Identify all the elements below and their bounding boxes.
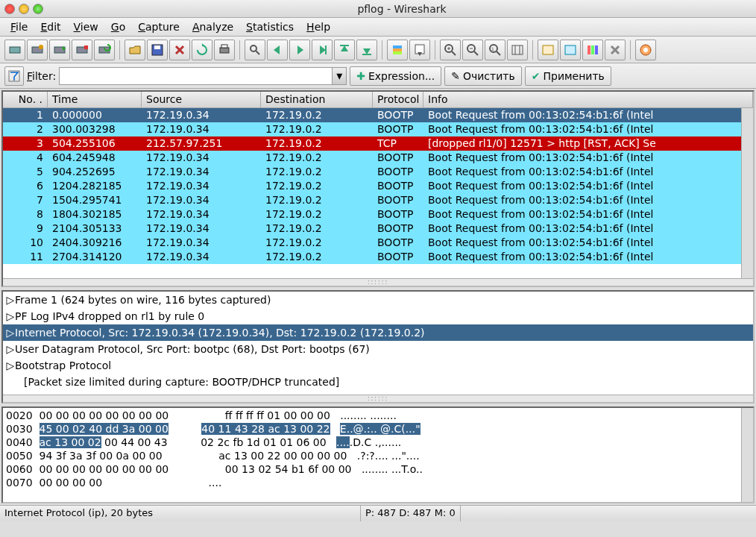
close-file-icon[interactable] (169, 40, 190, 60)
menubar: File Edit View Go Capture Analyze Statis… (0, 18, 756, 37)
packet-list-pane: No. . Time Source Destination Protocol I… (1, 90, 755, 287)
svg-rect-44 (565, 45, 576, 54)
hex-line[interactable]: 0030 45 00 02 40 dd 3a 00 00 40 11 43 28… (6, 423, 738, 436)
packet-row[interactable]: 71504.295741172.19.0.34172.19.0.2BOOTPBo… (3, 193, 741, 207)
svg-rect-47 (595, 45, 598, 54)
filter-input[interactable] (59, 67, 332, 85)
interfaces-icon[interactable] (4, 40, 25, 60)
col-no[interactable]: No. . (3, 92, 48, 107)
packet-row[interactable]: 4604.245948172.19.0.34172.19.0.2BOOTPBoo… (3, 151, 741, 165)
open-icon[interactable] (125, 40, 145, 60)
packet-row[interactable]: 10.000000172.19.0.34172.19.0.2BOOTPBoot … (3, 108, 741, 122)
tree-row[interactable]: ▷Bootstrap Protocol (3, 357, 753, 374)
menu-edit[interactable]: Edit (34, 19, 66, 34)
tree-row[interactable]: ▷Frame 1 (624 bytes on wire, 116 bytes c… (3, 292, 753, 308)
svg-rect-14 (221, 45, 227, 48)
help-icon[interactable] (635, 40, 656, 60)
packet-bytes-body[interactable]: 0020 00 00 00 00 00 00 00 00 ff ff ff ff… (3, 408, 741, 502)
find-icon[interactable] (245, 40, 265, 60)
packet-row[interactable]: 102404.309216172.19.0.34172.19.0.2BOOTPB… (3, 236, 741, 250)
tree-row[interactable]: ▷Internet Protocol, Src: 172.19.0.34 (17… (3, 324, 753, 341)
preferences-icon[interactable] (605, 40, 626, 60)
apply-button[interactable]: ✔ Применить (525, 66, 611, 86)
hex-line[interactable]: 0040 ac 13 00 02 00 44 00 43 02 2c fb 1d… (6, 436, 738, 450)
svg-rect-9 (154, 45, 160, 49)
hex-line[interactable]: 0060 00 00 00 00 00 00 00 00 00 13 02 54… (6, 463, 738, 477)
packet-row[interactable]: 81804.302185172.19.0.34172.19.0.2BOOTPBo… (3, 207, 741, 222)
tree-row[interactable]: [Packet size limited during capture: BOO… (3, 374, 753, 390)
window-controls (0, 4, 48, 14)
menu-capture[interactable]: Capture (132, 19, 186, 34)
save-icon[interactable] (147, 40, 168, 60)
reload-icon[interactable] (192, 40, 212, 60)
expand-icon[interactable]: ▷ (6, 310, 15, 322)
go-forward-icon[interactable] (289, 40, 310, 60)
col-source[interactable]: Source (142, 92, 261, 107)
restart-capture-icon[interactable] (94, 40, 115, 60)
col-destination[interactable]: Destination (261, 92, 373, 107)
close-icon[interactable] (4, 4, 15, 14)
print-icon[interactable] (214, 40, 235, 60)
main-toolbar: 1 (0, 37, 756, 63)
start-capture-icon[interactable] (49, 40, 70, 60)
packet-list-body[interactable]: 10.000000172.19.0.34172.19.0.2BOOTPBoot … (3, 108, 741, 278)
svg-rect-25 (393, 45, 402, 48)
stop-capture-icon[interactable] (72, 40, 92, 60)
tree-row[interactable]: ▷User Datagram Protocol, Src Port: bootp… (3, 341, 753, 357)
packet-details-body[interactable]: ▷Frame 1 (624 bytes on wire, 116 bytes c… (3, 292, 753, 395)
zoom-in-icon[interactable] (440, 40, 461, 60)
menu-file[interactable]: File (4, 19, 34, 34)
pane-grip[interactable]: :::::: (3, 278, 753, 286)
packet-row[interactable]: 61204.282185172.19.0.34172.19.0.2BOOTPBo… (3, 179, 741, 193)
zoom-100-icon[interactable]: 1 (485, 40, 505, 60)
menu-statistics[interactable]: Statistics (240, 19, 300, 34)
hex-line[interactable]: 0050 94 3f 3a 3f 00 0a 00 00 ac 13 00 22… (6, 450, 738, 463)
expand-icon[interactable]: ▷ (6, 359, 15, 371)
go-to-packet-icon[interactable] (312, 40, 333, 60)
hex-line[interactable]: 0070 00 00 00 00 .... (6, 477, 738, 490)
packet-row[interactable]: 2300.003298172.19.0.34172.19.0.2BOOTPBoo… (3, 122, 741, 136)
go-first-icon[interactable] (334, 40, 355, 60)
clear-button[interactable]: ✎ Очистить (444, 66, 521, 86)
col-protocol[interactable]: Protocol (373, 92, 423, 107)
go-back-icon[interactable] (267, 40, 288, 60)
filter-dropdown-icon[interactable]: ▾ (332, 67, 347, 85)
filter-bookmark-icon[interactable] (4, 66, 24, 86)
packet-row[interactable]: 3504.255106212.57.97.251172.19.0.2TCP[dr… (3, 136, 741, 151)
display-filters-icon[interactable] (560, 40, 581, 60)
scrollbar-vertical[interactable] (741, 108, 753, 278)
col-time[interactable]: Time (48, 92, 142, 107)
menu-analyze[interactable]: Analyze (186, 19, 239, 34)
expand-icon[interactable]: ▷ (6, 343, 15, 355)
autoscroll-icon[interactable] (409, 40, 430, 60)
pane-grip[interactable]: :::::: (3, 395, 753, 402)
status-field-right: P: 487 D: 487 M: 0 (361, 506, 461, 521)
expand-icon[interactable] (6, 376, 15, 388)
packet-row[interactable]: 112704.314120172.19.0.34172.19.0.2BOOTPB… (3, 250, 741, 264)
zoom-out-icon[interactable] (462, 40, 483, 60)
scrollbar-vertical[interactable] (741, 408, 753, 502)
maximize-icon[interactable] (33, 4, 43, 14)
packet-row[interactable]: 5904.252695172.19.0.34172.19.0.2BOOTPBoo… (3, 165, 741, 179)
col-info[interactable]: Info (423, 92, 753, 107)
filter-toolbar: Filter: ▾ ✚ Expression... ✎ Очистить ✔ П… (0, 63, 756, 89)
menu-go[interactable]: Go (105, 19, 131, 34)
packet-row[interactable]: 92104.305133172.19.0.34172.19.0.2BOOTPBo… (3, 222, 741, 236)
tree-row[interactable]: ▷PF Log IPv4 dropped on rl1 by rule 0 (3, 308, 753, 324)
go-last-icon[interactable] (356, 40, 377, 60)
svg-rect-26 (393, 48, 402, 51)
colorize-icon[interactable] (387, 40, 408, 60)
expression-button[interactable]: ✚ Expression... (350, 66, 441, 86)
capture-filters-icon[interactable] (538, 40, 558, 60)
options-icon[interactable] (27, 40, 48, 60)
menu-view[interactable]: View (68, 19, 104, 34)
svg-marker-12 (202, 43, 205, 46)
coloring-rules-icon[interactable] (582, 40, 603, 60)
minimize-icon[interactable] (19, 4, 29, 14)
expand-icon[interactable]: ▷ (6, 294, 15, 306)
svg-rect-13 (220, 48, 229, 53)
menu-help[interactable]: Help (300, 19, 336, 34)
expand-icon[interactable]: ▷ (6, 327, 15, 339)
resize-columns-icon[interactable] (507, 40, 528, 60)
hex-line[interactable]: 0020 00 00 00 00 00 00 00 00 ff ff ff ff… (6, 409, 738, 423)
